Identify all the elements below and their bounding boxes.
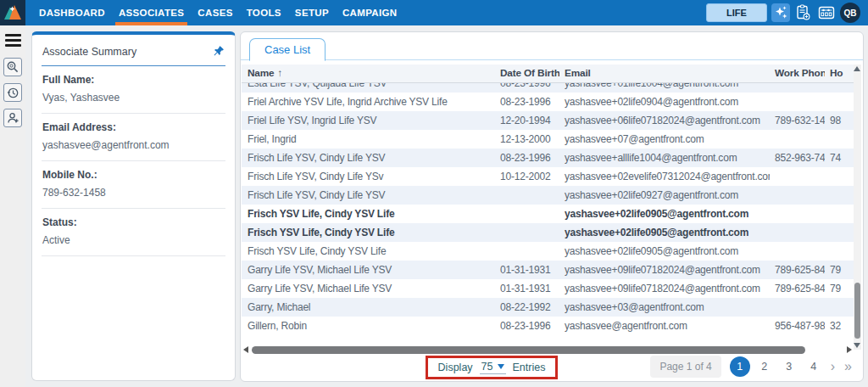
field-label: Mobile No.: [42,169,225,181]
associate-summary-panel: Associate Summary Full Name: Vyas, Yasha… [31,31,236,381]
scroll-left-icon[interactable] [243,346,248,353]
clipboard-add-icon[interactable] [794,3,813,22]
table-row[interactable]: Garry Life YSV, Michael Life YSV 01-31-1… [242,261,854,279]
table-row[interactable]: Frisch Life YSV, Cindy Life YSv 10-12-20… [242,167,854,186]
summary-title: Associate Summary [42,46,136,58]
cell-work-phone [770,205,825,223]
cell-work-phone [770,223,825,242]
cell-name: Frisch Life YSV, Cindy Life YSV [242,186,495,205]
calculator-icon[interactable] [817,3,836,22]
column-header-work-phone[interactable]: Work Phone [770,64,825,82]
cell-email: yashasvee+07@agentfront.com [559,130,770,149]
scroll-right-icon[interactable] [847,346,852,353]
field-value: yashasvee@agentfront.com [42,139,170,151]
next-page-button[interactable]: › [828,359,837,374]
table-row[interactable]: Frisch Life YSV, Cindy Life YSV yashasve… [242,186,854,205]
vertical-scroll-thumb[interactable] [854,283,860,339]
cell-home-phone [825,205,854,223]
cell-email: yashasvee@agentfront.com [559,317,770,335]
cell-name: Frisch Life YSV, Cindy Life YSv [242,167,495,186]
cell-name: Friel, Ingrid [242,130,495,149]
nav-campaign[interactable]: CAMPAIGN [336,0,404,25]
scroll-down-icon[interactable] [854,343,860,348]
app-logo-icon[interactable] [0,0,25,25]
cell-date-of-birth [495,242,559,261]
cell-email: yashasvee+alllife1004@agentfront.com [559,149,770,167]
column-header-date-of-birth[interactable]: Date Of Birth [495,64,559,82]
page-button-2[interactable]: 2 [754,356,775,377]
field-value: Vyas, Yashasvee [42,92,120,104]
cell-work-phone: 789-625-8474 [770,279,825,298]
last-page-button[interactable]: » [842,359,854,374]
table-row[interactable]: Garry, Michael 08-22-1992 yashasvee+03@a… [242,298,854,317]
nav-tools[interactable]: TOOLS [240,0,288,25]
cell-work-phone [770,167,825,186]
user-avatar[interactable]: QB [840,3,860,23]
summary-field-mobile: Mobile No.: 789-632-1458 [42,161,225,209]
add-person-icon[interactable] [3,109,22,127]
pagination: Page 1 of 4 1 2 3 4 › » [650,356,854,378]
table-row[interactable]: Garry Life YSV, Michael Life YSV 01-31-1… [242,279,854,298]
history-icon[interactable] [3,83,22,102]
cell-date-of-birth [495,205,559,223]
table-row[interactable]: Gillern, Robin 08-23-1996 yashasvee@agen… [242,317,854,335]
table-row[interactable]: Frisch YSV Life, Cindy YSV Life yashasve… [242,205,854,223]
cell-date-of-birth: 01-31-1931 [495,261,559,279]
sparkles-icon[interactable] [771,3,790,22]
cell-email: yashasvee+09life07182024@agentfront.com [559,279,770,298]
top-nav: DASHBOARD ASSOCIATES CASES TOOLS SETUP C… [0,0,868,25]
cell-home-phone [825,242,854,261]
scroll-up-icon[interactable] [854,66,860,71]
table-row[interactable]: Friel, Ingrid 12-13-2000 yashasvee+07@ag… [242,130,854,149]
page-button-1[interactable]: 1 [730,356,750,377]
cell-work-phone [770,83,825,93]
display-count-value: 75 [481,361,493,373]
cell-name: Garry Life YSV, Michael Life YSV [242,261,495,279]
cell-email: yashasvee+09life07182024@agentfront.com [559,261,770,279]
cell-home-phone: 79 [825,279,854,298]
cell-email: yashasvee+02life0927@agentfront.com [559,186,770,205]
cell-home-phone: 98 [825,111,854,130]
cell-date-of-birth: 08-23-1996 [495,149,559,167]
summary-field-full-name: Full Name: Vyas, Yashasvee [42,66,225,114]
caret-down-icon [498,364,504,369]
cell-home-phone: 79 [825,261,854,279]
table-row[interactable]: Esta Life YSV, Quijada Life YSV 08-23-19… [242,83,854,93]
column-header-home-phone[interactable]: Ho [825,64,854,82]
pin-icon[interactable] [212,45,225,58]
search-icon[interactable] [3,58,22,76]
cell-home-phone [825,83,854,93]
hamburger-menu-icon[interactable] [5,31,21,49]
tab-case-list[interactable]: Case List [249,38,326,61]
cell-date-of-birth: 12-13-2000 [495,130,559,149]
table-body: Esta Life YSV, Quijada Life YSV 08-23-19… [242,83,854,335]
nav-cases[interactable]: CASES [191,0,239,25]
nav-dashboard[interactable]: DASHBOARD [32,0,112,25]
column-header-email[interactable]: Email [559,64,770,82]
cell-name: Gillern, Robin [242,317,495,335]
table-row[interactable]: Friel Life YSV, Ingrid Life YSV 12-20-19… [242,111,854,130]
page-button-4[interactable]: 4 [804,356,824,377]
display-count-select[interactable]: 75 [480,361,506,374]
left-rail [0,25,25,387]
table-row[interactable]: Frisch Life YSV, Cindy Life YSV 08-23-19… [242,149,854,167]
cell-email: yashasvee+06life07182024@agentfront.com [559,111,770,130]
cell-email: yashasvee+01life1004@agentfront.com [559,83,770,93]
cell-home-phone [825,223,854,242]
nav-associates[interactable]: ASSOCIATES [112,0,191,25]
nav-setup[interactable]: SETUP [288,0,336,25]
column-header-name[interactable]: Name↑ [242,64,495,82]
cell-home-phone [825,130,854,149]
cell-email: yashasvee+02life0905@agentfront.com [559,223,770,242]
table-row[interactable]: Frisch YSV Life, Cindy YSV Life yashasve… [242,242,854,261]
life-button[interactable]: LIFE [706,3,767,22]
table-row[interactable]: Friel Archive YSV Life, Ingrid Archive Y… [242,93,854,111]
page-button-3[interactable]: 3 [779,356,799,377]
field-value: Active [42,234,70,246]
table-viewport: Esta Life YSV, Quijada Life YSV 08-23-19… [242,83,854,344]
cell-home-phone [825,186,854,205]
vertical-scrollbar[interactable] [854,64,861,350]
cell-email: yashasvee+02evelife07312024@agentfront.c… [559,167,770,186]
cell-date-of-birth: 08-23-1996 [495,83,559,93]
table-row[interactable]: Frisch YSV Life, Cindy YSV Life yashasve… [242,223,854,242]
